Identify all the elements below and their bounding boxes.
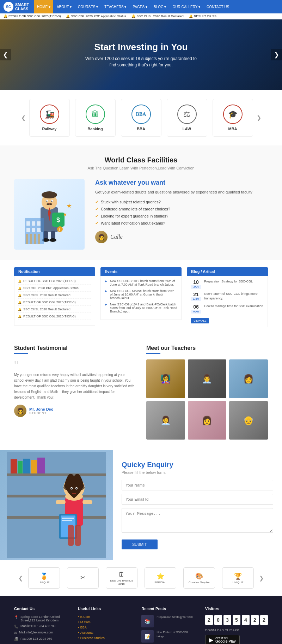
digit-5: 4 (242, 615, 250, 625)
category-banking[interactable]: 🏛 Banking (75, 99, 116, 137)
nav-pages[interactable]: PAGES ▾ (130, 0, 150, 13)
notif-item-6[interactable]: 🔔 RESULT OF SSC CGL 2020(TIER-3) (18, 315, 91, 320)
cat-prev-arrow[interactable]: ❮ (18, 114, 29, 121)
blog-date-1: 10 JAN (191, 279, 201, 289)
event-item-3: ➤ New SSC-CGL/10+2 and Bank-PO/Clerk bat… (104, 303, 178, 313)
notif-dot-icon: 🔔 (18, 301, 22, 304)
blog-date-3: 06 MAR (191, 304, 201, 314)
category-railway[interactable]: 🚂 Railway (29, 99, 70, 137)
teachers-title: Meet our Teachers (146, 345, 268, 351)
railway-icon: 🚂 (40, 105, 59, 124)
facilities-illustration: $ ★ ★ 1 (14, 179, 85, 250)
badge-icon: 🗓 (118, 571, 125, 578)
notif-dot-icon: 🔔 (18, 308, 22, 311)
notif-item-3[interactable]: 🔔 SSC CHSL 2020 Result Declared (18, 293, 91, 299)
checkmark-icon: ✔ (95, 207, 99, 211)
logo-badge-2: ✂ (67, 567, 99, 589)
testimonial-text: My younger son returns very happy with a… (14, 372, 136, 400)
svg-rect-53 (62, 518, 74, 519)
footer-link-bba[interactable]: BBA (78, 626, 135, 629)
svg-rect-30 (38, 234, 40, 244)
svg-rect-25 (32, 228, 35, 232)
notif-item-5[interactable]: 🔔 SSC CHSL 2020 Result Declared (18, 308, 91, 313)
nav-courses[interactable]: COURSES ▾ (75, 0, 101, 13)
svg-point-48 (76, 488, 77, 489)
nav-contact[interactable]: CONTACT US (204, 0, 232, 13)
post-thumbnail-1: 📚 (141, 615, 154, 627)
nav-blog[interactable]: BLOG ▾ (151, 0, 169, 13)
notif-item-1[interactable]: 🔔 RESULT OF SSC CGL 2020(TIER-3) (18, 279, 91, 285)
notif-item-4[interactable]: 🔔 RESULT OF SSC CGL 2020(TIER-3) (18, 300, 91, 306)
svg-point-47 (71, 488, 72, 489)
hero-next-arrow[interactable]: ❯ (271, 49, 282, 60)
teacher-photo-2: 👨‍💼 (188, 359, 227, 398)
nav-home[interactable]: HOME ▾ (34, 0, 53, 13)
svg-rect-49 (56, 500, 66, 504)
hero-prev-arrow[interactable]: ❮ (0, 49, 11, 60)
footer-link-accounts[interactable]: Accounts (78, 631, 135, 634)
testimonial-author: 👩 Mr. Jone Deo STUDENT (14, 405, 136, 417)
post-thumbnail-2: 📝 (141, 630, 154, 643)
category-label: Railway (42, 127, 57, 131)
footer: Contact Us 📍 Spring Store London Oxford … (0, 596, 282, 644)
notif-dot-icon: 🔔 (18, 294, 22, 297)
nav-about[interactable]: ABOUT ▾ (54, 0, 74, 13)
badge-icon: 🏆 (234, 572, 242, 580)
digit-1: 2 (205, 615, 213, 625)
view-all-button[interactable]: VIEW ALL (191, 318, 209, 323)
checkmark-icon: ✔ (95, 221, 99, 226)
notif-item-2[interactable]: 🔔 SSC CGL 2020 PRE Application Status (18, 286, 91, 292)
google-play-badge[interactable]: ▶ GET IT ON Google Play (205, 635, 240, 644)
nav-teachers[interactable]: TEACHERS ▾ (102, 0, 129, 13)
digit-2: 0 (214, 615, 222, 625)
svg-rect-22 (32, 221, 35, 226)
footer-address: 📍 Spring Store London Oxford Street,212 … (14, 615, 71, 622)
footer-link-business[interactable]: Business Studies (78, 636, 135, 640)
category-label: Banking (87, 127, 103, 131)
cat-next-arrow[interactable]: ❯ (253, 114, 265, 121)
events-header: Events (100, 267, 182, 276)
blog-item-3: 06 MAR How to manage time for SSC examin… (191, 304, 264, 314)
badge-icon: 🎨 (195, 572, 203, 580)
category-bba[interactable]: BBA BBA (121, 99, 161, 137)
hero-title: Start Investing in You (94, 42, 188, 53)
svg-rect-27 (26, 234, 28, 244)
facilities-text: Ask whatever you want Get your exam-rela… (95, 179, 268, 243)
signature-text: Calle (110, 234, 123, 240)
svg-rect-35 (7, 516, 106, 519)
logo[interactable]: SC SMART CLASS (4, 2, 29, 12)
events-body: ➤ New SSC-CGL/10+2 batch starts from '26… (100, 276, 182, 320)
svg-rect-38 (23, 459, 30, 473)
blog-body: 10 JAN Preparation Strategy for SSC-CGL … (187, 276, 268, 327)
name-input[interactable] (122, 480, 273, 490)
checkmark-icon: ✔ (95, 214, 99, 219)
law-icon: ⚖ (177, 105, 197, 124)
logo-badge-6: 🏆 UNIQUE (222, 567, 254, 589)
category-mba[interactable]: 🎓 MBA (213, 99, 253, 137)
visitor-counter: 2 0 3 5 4 2 2 (205, 615, 268, 625)
footer-link-bcom[interactable]: B.Com (78, 615, 135, 619)
notification-header: Notification (14, 267, 95, 276)
message-input[interactable] (122, 508, 273, 533)
submit-button[interactable]: SUBMIT (122, 539, 158, 549)
footer-posts: Recent Posts 📚 Preparation Strategy for … (141, 607, 198, 644)
notif-dot-icon: 🔔 (18, 280, 22, 283)
facilities-section: World Class Facilities Ask The Question,… (0, 145, 282, 260)
email-input[interactable] (122, 494, 273, 505)
category-law[interactable]: ⚖ LAW (167, 99, 207, 137)
svg-rect-36 (11, 459, 17, 473)
svg-rect-33 (7, 473, 106, 476)
check-item-2: ✔ Confused among lots of career choices? (95, 207, 268, 211)
footer-link-mcom[interactable]: M.Com (78, 620, 135, 624)
logo-prev-arrow[interactable]: ❮ (15, 575, 26, 582)
svg-point-8 (49, 203, 52, 205)
logo-text: SMART CLASS (15, 2, 29, 11)
footer-post-1: 📚 Preparation Strategy for SSC (141, 615, 198, 627)
bba-icon: BBA (131, 105, 151, 124)
blog-panel: Blog / Artical 10 JAN Preparation Strate… (187, 267, 268, 327)
logo-next-arrow[interactable]: ❯ (256, 575, 267, 582)
svg-rect-28 (30, 234, 32, 244)
nav-gallery[interactable]: OUR GALLERY ▾ (170, 0, 203, 13)
fax-icon: 📠 (14, 637, 18, 641)
testimonial-title: Student Testimonial (14, 345, 136, 351)
